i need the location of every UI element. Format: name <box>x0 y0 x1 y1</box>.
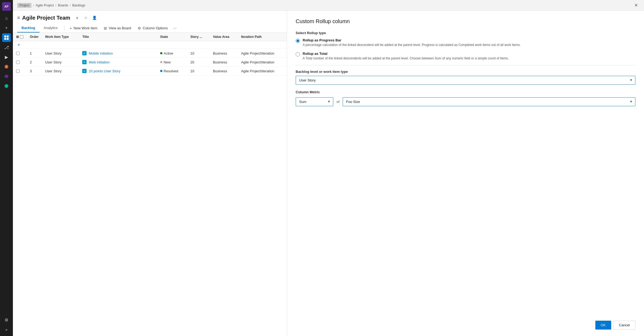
org-avatar[interactable]: AP <box>2 2 11 11</box>
work-item-type-cell: User Story <box>42 49 79 58</box>
col-value-area: Value Area <box>210 33 238 41</box>
col-actions <box>145 33 157 41</box>
order-cell: 3 <box>27 67 42 76</box>
column-options-button[interactable]: ⚙ Column Options <box>134 24 171 32</box>
column-options-icon: ⚙ <box>138 26 141 30</box>
backlog-level-label: Backlog level or work item type <box>296 70 635 74</box>
page-area: ≡ Agile Project Team ∨ ☆ 👤 Backlog Analy… <box>13 11 644 336</box>
table-row: 2 User Story ≡ Web initiation ··· New 20 <box>13 58 287 67</box>
field-select-wrapper: Foo SizeStory PointsEffortRemaining Work… <box>343 97 635 106</box>
state-label: Resolved <box>164 69 178 73</box>
tab-backlog[interactable]: Backlog <box>17 24 40 33</box>
boards-icon[interactable] <box>2 33 11 42</box>
team-member-button[interactable]: 👤 <box>91 14 98 22</box>
svg-text:✓: ✓ <box>5 65 8 68</box>
svg-marker-6 <box>5 74 8 78</box>
right-panel: Custom Rollup column Select Rollup type … <box>287 11 644 114</box>
col-order: Order <box>27 33 42 41</box>
divider <box>296 65 635 65</box>
col-expand: ⊞ <box>13 33 27 41</box>
pipelines-icon[interactable]: ▶ <box>2 53 11 61</box>
state-indicator <box>160 70 162 72</box>
backlog-list-icon: ≡ <box>17 15 20 21</box>
extensions-icon[interactable] <box>2 82 11 90</box>
rollup-total-label: Rollup as Total <box>303 52 509 56</box>
settings-icon[interactable]: ⚙ <box>2 316 11 324</box>
home-icon[interactable]: ⌂ <box>2 14 11 23</box>
rollup-total-radio[interactable] <box>296 52 300 56</box>
cancel-button[interactable]: Cancel <box>613 321 635 330</box>
row-checkbox-0[interactable] <box>16 52 20 55</box>
iteration-path-cell: Agile Project\Iteration <box>238 67 287 76</box>
state-label: New <box>164 60 171 64</box>
title-link[interactable]: 10 points User Story <box>89 69 120 73</box>
work-item-type-cell: User Story <box>42 67 79 76</box>
page-title: Agile Project Team <box>22 15 70 21</box>
row-checkbox-1[interactable] <box>16 60 20 64</box>
breadcrumb-backlogs[interactable]: Backlogs <box>72 3 85 7</box>
backlog-table-container: ⊞ Order Work Item Type Title State Story… <box>13 33 287 336</box>
work-item-type-icon: ≡ <box>82 69 87 73</box>
title-link[interactable]: Mobile initiation <box>89 51 113 55</box>
value-area-cell: Business <box>210 58 238 67</box>
work-item-type-icon: ≡ <box>82 51 87 55</box>
main-content: Project / Agile Project / Boards / Backl… <box>13 0 644 336</box>
ok-button[interactable]: OK <box>595 321 611 330</box>
breadcrumb-agile[interactable]: Agile Project <box>36 3 54 7</box>
metric-select-wrapper: SumCount ▼ <box>296 97 333 106</box>
new-work-item-button[interactable]: + New Work Item <box>67 24 101 32</box>
breadcrumb-boards[interactable]: Boards <box>58 3 68 7</box>
rollup-progress-label: Rollup as Progress Bar <box>303 38 521 42</box>
breadcrumb-project[interactable]: Project <box>17 3 31 8</box>
col-work-item-type: Work Item Type <box>42 33 79 41</box>
artifacts-icon[interactable] <box>2 72 11 81</box>
rollup-total-option: Rollup as Total A Total number of the li… <box>296 52 635 61</box>
add-icon[interactable]: + <box>2 24 11 32</box>
row-more-button[interactable]: ··· <box>149 69 152 73</box>
value-area-cell: Business <box>210 67 238 76</box>
row-more-button[interactable]: ··· <box>149 60 152 64</box>
state-cell: Active <box>157 49 187 58</box>
state-cell: Resolved <box>157 67 187 76</box>
select-all-checkbox[interactable] <box>20 35 23 39</box>
story-points-cell: 20 <box>187 58 210 67</box>
close-button[interactable]: ✕ <box>632 2 640 9</box>
page-header: ≡ Agile Project Team ∨ ☆ 👤 <box>13 11 287 22</box>
title-cell: ≡ 10 points User Story <box>79 67 145 76</box>
row-more-button[interactable]: ··· <box>149 51 152 55</box>
state-cell: New <box>157 58 187 67</box>
tab-analytics[interactable]: Analytics <box>40 24 62 33</box>
title-link[interactable]: Web initiation <box>89 60 110 64</box>
svg-rect-2 <box>4 38 6 40</box>
rollup-progress-radio[interactable] <box>296 39 300 43</box>
col-state: State <box>157 33 187 41</box>
test-icon[interactable]: ✓ <box>2 62 11 71</box>
table-row: 3 User Story ≡ 10 points User Story ··· … <box>13 67 287 76</box>
title-cell: ≡ Web initiation <box>79 58 145 67</box>
panel-footer: OK Cancel <box>595 321 635 330</box>
view-as-board-button[interactable]: ⊞ View as Board <box>101 24 134 32</box>
state-indicator <box>160 61 162 63</box>
metric-select[interactable]: SumCount <box>296 97 333 106</box>
svg-rect-3 <box>7 38 9 40</box>
column-metric-label: Column Metric <box>296 90 635 94</box>
repos-icon[interactable]: ⎇ <box>2 43 11 52</box>
backlog-level-select[interactable]: User StoryFeatureEpicTaskBug <box>296 76 635 85</box>
favorite-button[interactable]: ☆ <box>82 14 90 22</box>
svg-point-7 <box>5 84 8 88</box>
of-text: of <box>337 100 339 104</box>
backlog-panel: ≡ Agile Project Team ∨ ☆ 👤 Backlog Analy… <box>13 11 287 336</box>
field-select[interactable]: Foo SizeStory PointsEffortRemaining Work <box>343 97 635 106</box>
panel-title: Custom Rollup column <box>296 18 635 24</box>
rollup-type-label: Select Rollup type <box>296 31 635 35</box>
story-points-cell: 10 <box>187 67 210 76</box>
row-checkbox-2[interactable] <box>16 69 20 73</box>
value-area-cell: Business <box>210 49 238 58</box>
plus-icon: + <box>70 26 72 30</box>
expand-sidebar-icon[interactable]: » <box>2 325 11 334</box>
iteration-path-cell: Agile Project\Iteration <box>238 49 287 58</box>
add-work-item-button[interactable]: + <box>16 42 22 48</box>
dropdown-button[interactable]: ∨ <box>73 14 81 22</box>
more-options-button[interactable]: ··· <box>171 25 179 32</box>
work-item-type-icon: ≡ <box>82 60 87 64</box>
